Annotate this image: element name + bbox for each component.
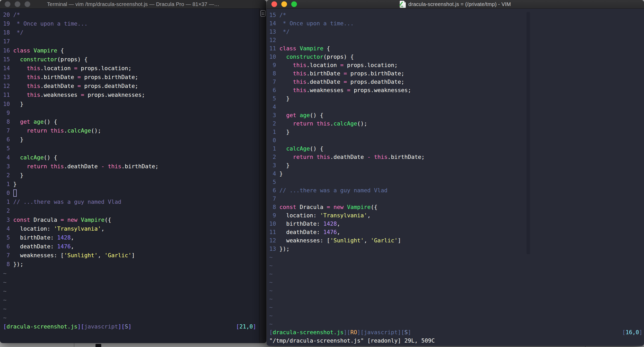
empty-line-tilde: ~ [269,278,642,286]
window-title: JS dracula-screenshot.js = (/private/tmp… [400,1,511,8]
code-line: 14 this.location = props.location; [3,64,256,73]
code-line: 6 } [3,135,256,144]
line-number: 1 [269,145,276,153]
code-line: 2 } [3,171,256,180]
vim-statusline: [dracula-screenshot.js][RO][javascript][… [269,328,642,337]
statusline-cursor-position: [21,0] [236,322,256,331]
code-line: 5 } [269,94,642,103]
js-label: JS [400,5,403,8]
line-number: 11 [3,91,10,99]
empty-line-tilde: ~ [269,261,642,270]
line-number: 6 [3,135,10,144]
code-line: 15 constructor(props) { [3,55,256,64]
code-line: 1 } [3,180,256,189]
terminal-titlebar[interactable]: Terminal — vim /tmp/dracula-screenshot.j… [0,0,266,9]
line-number: 12 [3,82,10,91]
code-line: 9 location: 'Transylvania', [269,211,642,220]
line-number: 6 [269,86,276,94]
line-number: 6 [269,186,276,195]
code-line: 18 */ [3,28,256,37]
code-line: 10 birthDate: 1428, [269,220,642,228]
empty-line-tilde: ~ [269,312,642,320]
code-line: 20 /* [3,10,256,19]
code-line: 6 this.weaknesses = props.weaknesses; [269,86,642,94]
code-line: 12 [269,36,642,44]
code-line: 4 calcAge() { [3,153,256,162]
statusline-cursor-position: [16,0] [622,328,642,337]
split-pane-icon[interactable] [260,10,266,17]
left-editor-area[interactable]: 20 /*19 * Once upon a time...18 */17 16 … [3,10,256,331]
zoom-button[interactable] [25,1,30,7]
code-line: 7 weaknesses: ['Sunlight', 'Garlic'] [3,251,256,260]
code-line: 12 weaknesses: ['Sunlight', 'Garlic'] [269,236,642,245]
line-number: 0 [3,189,10,198]
line-number: 9 [269,61,276,69]
zoom-button[interactable] [291,1,297,7]
line-number: 5 [269,94,276,103]
code-line: 3 return this.deathDate - this.birthDate… [3,162,256,171]
empty-line-tilde: ~ [3,278,256,287]
code-line: 2 [3,206,256,215]
empty-line-tilde: ~ [3,269,256,278]
line-number: 8 [3,260,10,269]
line-number: 4 [269,103,276,111]
background-window-artifact [96,344,101,347]
statusline-file-info: [dracula-screenshot.js][javascript][S] [3,322,132,331]
line-number: 5 [3,233,10,242]
code-line: 7 [269,195,642,203]
code-line: 11 this.weaknesses = props.weaknesses; [3,91,256,99]
line-number: 1 [3,180,10,189]
line-number: 17 [3,37,10,46]
js-document-icon[interactable]: JS [400,1,406,8]
line-number: 3 [269,111,276,119]
code-line: 10 } [3,100,256,109]
line-number: 15 [269,11,276,19]
code-line: 0 [269,136,642,145]
code-line: 0 [3,189,256,198]
traffic-lights [5,0,30,8]
window-title: Terminal — vim /tmp/dracula-screenshot.j… [47,1,219,7]
line-number: 0 [269,136,276,145]
close-button[interactable] [5,1,10,7]
line-number: 19 [3,19,10,28]
minimize-button[interactable] [15,1,20,7]
code-line: 13 }); [269,245,642,253]
line-number: 20 [3,10,10,19]
code-line: 15 /* [269,11,642,19]
code-line: 12 this.deathDate = props.deathDate; [3,82,256,91]
right-scrollbar-thumb[interactable] [527,12,530,254]
vim-titlebar[interactable]: JS dracula-screenshot.js = (/private/tmp… [267,0,644,9]
code-line: 13 */ [269,28,642,36]
line-number: 2 [3,171,10,180]
code-line: 3 } [269,161,642,170]
code-line: 14 * Once upon a time... [269,19,642,28]
line-number: 3 [3,216,10,224]
line-number: 4 [3,224,10,233]
code-line: 3 get age() { [269,111,642,119]
left-scrollbar[interactable] [259,8,266,343]
line-number: 5 [269,178,276,186]
code-line: 1 } [269,128,642,136]
line-number: 12 [269,236,276,245]
line-number: 12 [269,36,276,44]
line-number: 5 [3,144,10,153]
code-line: 4 [269,103,642,111]
code-line: 4 } [269,170,642,178]
right-editor-area[interactable]: 15 /*14 * Once upon a time...13 */12 11 … [269,11,642,345]
line-number: 15 [3,55,10,64]
line-number: 1 [3,198,10,206]
code-line: 13 this.birthDate = props.birthDate; [3,73,256,82]
close-button[interactable] [271,1,277,7]
traffic-lights [271,0,297,8]
line-number: 16 [3,46,10,55]
code-line: 8 }); [3,260,256,269]
empty-line-tilde: ~ [3,313,256,322]
line-number: 11 [269,228,276,236]
page-fold [404,1,406,3]
line-number: 2 [269,119,276,128]
line-number: 6 [3,242,10,251]
code-line: 8 this.birthDate = props.birthDate; [269,69,642,78]
code-line: 5 [3,144,256,153]
line-number: 13 [269,28,276,36]
minimize-button[interactable] [281,1,287,7]
